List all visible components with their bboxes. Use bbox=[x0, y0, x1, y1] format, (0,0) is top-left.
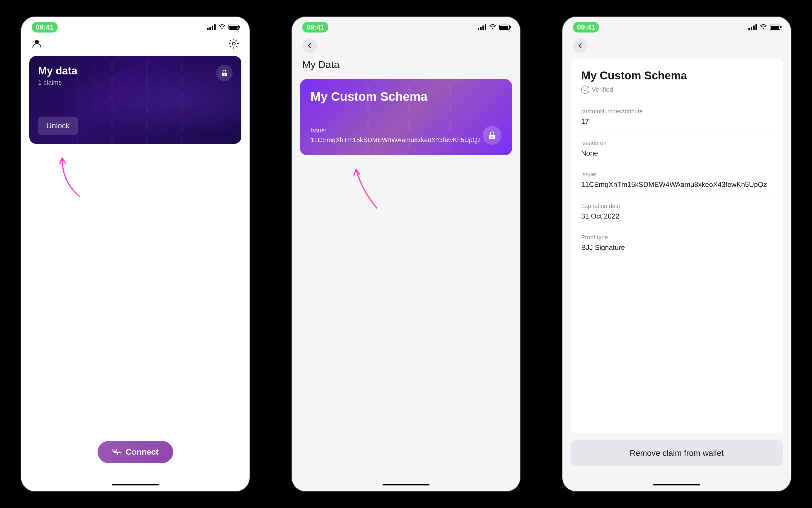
svg-rect-7 bbox=[118, 453, 121, 455]
home-indicator-3 bbox=[653, 484, 700, 485]
detail-label-3: Expiration date bbox=[581, 203, 772, 209]
unlock-button[interactable]: Unlock bbox=[38, 117, 78, 135]
detail-divider-4 bbox=[581, 228, 772, 228]
detail-value-1: None bbox=[581, 148, 772, 158]
phone-screen-1: 09:41 bbox=[21, 17, 250, 491]
back-button-3[interactable] bbox=[573, 38, 588, 53]
detail-card: My Custom Schema Verified customNumberAt… bbox=[571, 59, 783, 433]
connect-label: Connect bbox=[126, 448, 159, 457]
status-bar-3: 09:41 bbox=[562, 17, 791, 36]
wallet-card[interactable]: My data 1 claims Unlock bbox=[29, 56, 241, 144]
signal-icon-3 bbox=[749, 24, 757, 30]
svg-point-1 bbox=[232, 42, 235, 45]
wifi-icon-3 bbox=[760, 24, 767, 31]
connect-btn-area: Connect bbox=[21, 432, 250, 481]
detail-row-1: Issued on None bbox=[581, 140, 772, 158]
status-bar-1: 09:41 bbox=[21, 17, 250, 36]
detail-value-4: BJJ Signature bbox=[581, 243, 772, 253]
phone-screen-2: 09:41 My Data bbox=[292, 17, 520, 491]
arrow-annotation-2 bbox=[333, 158, 397, 211]
wifi-icon-2 bbox=[489, 24, 496, 31]
screen2-page-title: My Data bbox=[292, 59, 520, 79]
status-icons-3 bbox=[749, 24, 780, 31]
detail-title: My Custom Schema bbox=[581, 70, 772, 82]
detail-row-0: customNumberAttribute 17 bbox=[581, 108, 772, 127]
gear-icon[interactable] bbox=[228, 38, 239, 50]
wallet-title: My data bbox=[38, 65, 77, 77]
detail-divider-3 bbox=[581, 197, 772, 197]
detail-label-4: Proof type bbox=[581, 234, 772, 241]
status-bar-2: 09:41 bbox=[292, 17, 520, 36]
svg-rect-6 bbox=[113, 449, 116, 452]
verified-badge: Verified bbox=[581, 86, 772, 94]
detail-row-3: Expiration date 31 Oct 2022 bbox=[581, 203, 772, 221]
lock-icon-circle[interactable] bbox=[216, 65, 232, 81]
svg-point-11 bbox=[492, 136, 493, 138]
detail-row-4: Proof type BJJ Signature bbox=[581, 234, 772, 253]
home-indicator-1 bbox=[112, 484, 159, 485]
detail-row-2: Issuer 11CEmqXhTm15kSDMEW4WAamu8xkeoX43f… bbox=[581, 171, 772, 189]
lock-icon-2[interactable] bbox=[483, 126, 502, 145]
signal-icon-2 bbox=[478, 24, 486, 30]
status-icons-1 bbox=[207, 24, 239, 31]
connect-button[interactable]: Connect bbox=[97, 441, 173, 463]
status-time-1: 09:41 bbox=[32, 22, 58, 33]
detail-value-0: 17 bbox=[581, 117, 772, 127]
battery-icon-1 bbox=[228, 25, 239, 30]
remove-btn-area: Remove claim from wallet bbox=[562, 433, 791, 481]
screen2-header bbox=[292, 36, 520, 59]
svg-point-5 bbox=[224, 74, 225, 75]
status-time-2: 09:41 bbox=[302, 22, 328, 33]
screen3-header bbox=[562, 36, 791, 59]
connect-icon bbox=[112, 448, 122, 457]
signal-icon-1 bbox=[207, 24, 216, 30]
detail-value-2: 11CEmqXhTm15kSDMEW4WAamu8xkeoX43fewKh5Up… bbox=[581, 180, 772, 189]
remove-claim-button[interactable]: Remove claim from wallet bbox=[571, 440, 783, 466]
verified-check-icon bbox=[581, 86, 589, 94]
detail-divider-2 bbox=[581, 165, 772, 165]
verified-text: Verified bbox=[592, 86, 613, 93]
screen2-main bbox=[292, 155, 520, 481]
home-indicator-2 bbox=[383, 484, 429, 485]
screen1-main: Connect bbox=[21, 144, 250, 481]
wallet-subtitle: 1 claims bbox=[38, 79, 77, 86]
detail-label-1: Issued on bbox=[581, 140, 772, 146]
detail-label-2: Issuer bbox=[581, 171, 772, 178]
issuer-label: Issuer bbox=[310, 127, 451, 134]
claim-card[interactable]: My Custom Schema Issuer 11CEmqXhTm15kSDM… bbox=[300, 79, 512, 155]
status-icons-2 bbox=[478, 24, 510, 31]
back-chevron-3 bbox=[578, 43, 583, 49]
detail-label-0: customNumberAttribute bbox=[581, 108, 772, 115]
detail-divider-0 bbox=[581, 102, 772, 102]
screen1-header bbox=[21, 36, 250, 56]
status-time-3: 09:41 bbox=[573, 22, 599, 33]
claim-card-title: My Custom Schema bbox=[310, 90, 502, 104]
back-chevron-2 bbox=[307, 43, 312, 49]
back-button-2[interactable] bbox=[302, 38, 317, 53]
issuer-value: 11CEmqXhTm15kSDMEW4WAamu8xkeoX43fewKh5Up… bbox=[310, 136, 451, 145]
user-icon[interactable] bbox=[32, 38, 42, 50]
claim-card-footer: Issuer 11CEmqXhTm15kSDMEW4WAamu8xkeoX43f… bbox=[310, 126, 502, 145]
phone-screen-3: 09:41 My Custom Schema bbox=[562, 17, 791, 491]
battery-icon-3 bbox=[770, 25, 780, 30]
battery-icon-2 bbox=[499, 25, 510, 30]
wallet-card-header: My data 1 claims bbox=[38, 65, 232, 86]
arrow-annotation-1 bbox=[45, 147, 103, 200]
detail-value-3: 31 Oct 2022 bbox=[581, 211, 772, 221]
wifi-icon-1 bbox=[218, 24, 225, 31]
